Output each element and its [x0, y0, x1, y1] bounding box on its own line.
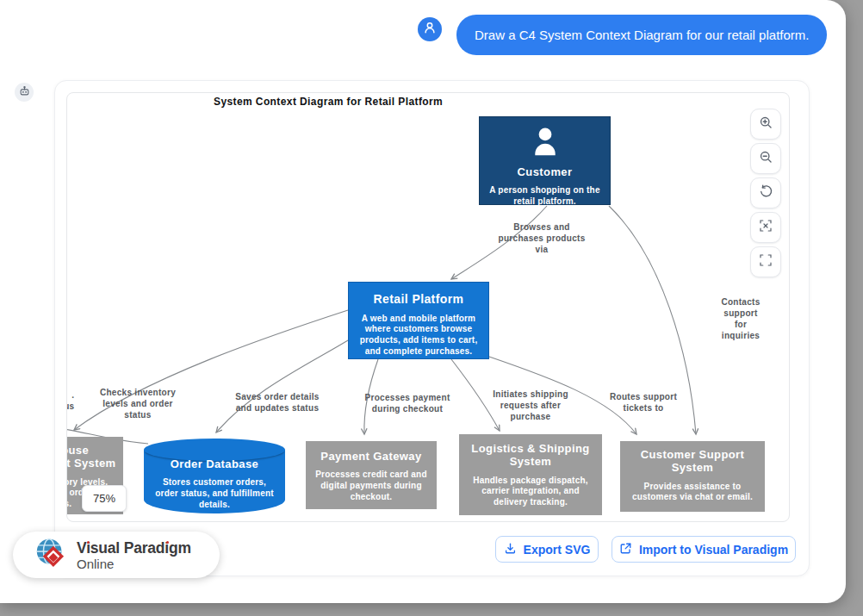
fit-screen-button[interactable] [750, 246, 781, 277]
visual-paradigm-logo[interactable]: Visual Paradigm Online [13, 532, 220, 578]
brand-subname: Online [77, 557, 191, 571]
external-link-icon [619, 542, 632, 557]
edge-label-checks: Checks inventory levels and order status [100, 387, 176, 420]
reset-rotate-icon [759, 184, 773, 202]
zoom-out-icon [759, 150, 773, 168]
node-customer[interactable]: Customer A person shopping on the retail… [479, 116, 611, 205]
node-description: Handles package dispatch, carrier integr… [464, 476, 597, 508]
edge-label-processes: Processes payment during checkout [364, 392, 450, 414]
user-chat-message: Draw a C4 System Context Diagram for our… [456, 15, 827, 55]
diagram-canvas[interactable]: System Context Diagram for Retail Platfo… [66, 92, 790, 522]
node-title: Logistics & Shipping System [464, 442, 597, 469]
person-icon [485, 126, 605, 160]
logo-i-dot [166, 541, 169, 544]
node-title: Retail Platform [354, 292, 483, 307]
node-description: Processes credit card and digital paymen… [311, 470, 432, 502]
globe-logo-icon [34, 535, 70, 575]
edge-label-browses: Browses and purchases products via [499, 221, 586, 255]
logo-i-dot [87, 541, 90, 544]
node-title: Payment Gateway [311, 450, 432, 463]
edge-label-clipped: . us [66, 389, 74, 412]
zoom-level-badge: 75% [82, 485, 127, 512]
node-payment-gateway[interactable]: Payment Gateway Processes credit card an… [306, 441, 437, 509]
node-logistics-shipping[interactable]: Logistics & Shipping System Handles pack… [459, 434, 602, 515]
brand-name: Visual Paradigm [77, 539, 191, 557]
node-title: Warehouse Management System [66, 444, 118, 470]
expand-button[interactable] [750, 212, 781, 243]
export-svg-label: Export SVG [524, 543, 591, 557]
import-to-vp-button[interactable]: Import to Visual Paradigm [612, 536, 796, 563]
bot-avatar [15, 83, 34, 102]
robot-icon [19, 84, 30, 100]
fit-screen-icon [759, 253, 773, 271]
user-icon [422, 20, 438, 39]
node-description: A web and mobile platform where customer… [354, 314, 483, 358]
app-root: Draw a C4 System Context Diagram for our… [0, 0, 863, 616]
import-to-vp-label: Import to Visual Paradigm [639, 543, 788, 557]
edge-label-contacts: Contacts support for inquiries [717, 296, 765, 341]
edge-retail-orderdb [216, 340, 348, 432]
node-description: Provides assistance to customers via cha… [625, 482, 760, 504]
edge-label-saves: Saves order details and updates status [235, 391, 319, 414]
node-description: A person shopping on the retail platform… [485, 185, 605, 208]
node-customer-support[interactable]: Customer Support System Provides assista… [620, 441, 765, 512]
edge-label-initiates: Initiates shipping requests after purcha… [493, 389, 568, 422]
node-title: Customer Support System [625, 448, 760, 475]
node-description: Stores customer orders, order status, an… [144, 477, 285, 510]
edge-label-routes: Routes support tickets to [610, 391, 677, 414]
zoom-in-button[interactable] [750, 109, 781, 140]
download-icon [504, 542, 517, 557]
export-svg-button[interactable]: Export SVG [495, 536, 599, 563]
node-title: Customer [485, 165, 605, 178]
expand-arrows-icon [759, 219, 773, 236]
reset-view-button[interactable] [750, 177, 781, 208]
zoom-in-icon [759, 115, 773, 134]
app-window: Draw a C4 System Context Diagram for our… [0, 0, 846, 603]
node-title: Order Database [144, 457, 285, 470]
user-avatar [418, 17, 442, 41]
zoom-out-button[interactable] [750, 143, 781, 174]
node-order-database[interactable]: Order Database Stores customer orders, o… [144, 439, 285, 513]
node-retail-platform[interactable]: Retail Platform A web and mobile platfor… [348, 282, 489, 359]
